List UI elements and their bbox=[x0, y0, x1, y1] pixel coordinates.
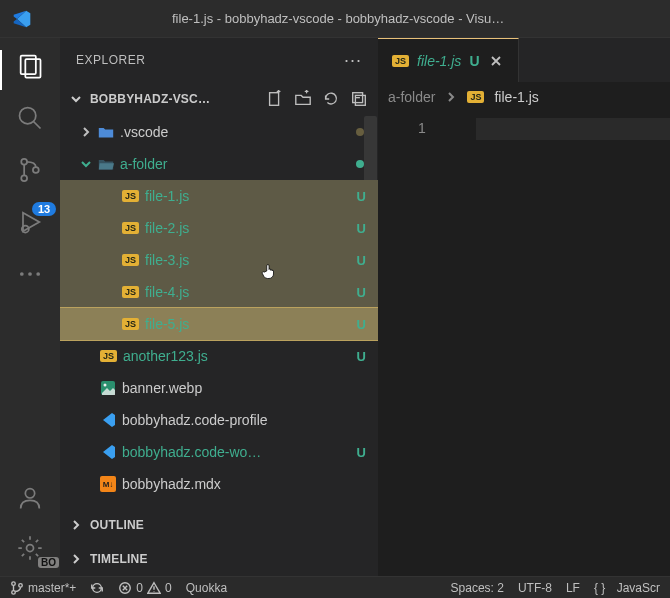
tree-file-another[interactable]: JS another123.js U bbox=[60, 340, 378, 372]
search-icon[interactable] bbox=[16, 104, 44, 132]
tree-file-file5[interactable]: JS file-5.js U bbox=[60, 308, 378, 340]
js-icon: JS bbox=[100, 350, 117, 362]
tree-file-mdx[interactable]: M↓ bobbyhadz.mdx bbox=[60, 468, 378, 500]
run-debug-icon[interactable] bbox=[16, 208, 44, 236]
svg-point-7 bbox=[20, 272, 24, 276]
tab-file1[interactable]: JS file-1.js U bbox=[378, 38, 519, 82]
status-encoding[interactable]: UTF-8 bbox=[518, 581, 552, 595]
tree-file-workspace[interactable]: bobbyhadz.code-wo… U bbox=[60, 436, 378, 468]
breadcrumb-folder[interactable]: a-folder bbox=[388, 89, 435, 105]
svg-point-4 bbox=[21, 175, 27, 181]
tree-label: bobbyhadz.code-wo… bbox=[122, 444, 378, 460]
tree-label: file-1.js bbox=[145, 188, 378, 204]
tree-file-file1[interactable]: JS file-1.js U bbox=[60, 180, 378, 212]
js-icon: JS bbox=[122, 190, 139, 202]
svg-rect-12 bbox=[270, 93, 279, 106]
tree-file-file2[interactable]: JS file-2.js U bbox=[60, 212, 378, 244]
tree-file-profile[interactable]: bobbyhadz.code-profile bbox=[60, 404, 378, 436]
tree-file-banner[interactable]: banner.webp bbox=[60, 372, 378, 404]
git-modified-dot bbox=[356, 128, 364, 136]
js-icon: JS bbox=[467, 91, 484, 103]
breadcrumb-file[interactable]: file-1.js bbox=[494, 89, 538, 105]
tree-label: another123.js bbox=[123, 348, 378, 364]
status-spaces[interactable]: Spaces: 2 bbox=[451, 581, 504, 595]
js-icon: JS bbox=[122, 222, 139, 234]
source-control-icon[interactable] bbox=[16, 156, 44, 184]
explorer-icon[interactable] bbox=[16, 52, 44, 80]
tree-folder-afolder[interactable]: a-folder bbox=[60, 148, 378, 180]
svg-point-3 bbox=[21, 159, 27, 165]
chevron-right-icon bbox=[70, 553, 82, 565]
git-decoration: U bbox=[357, 349, 366, 364]
folder-icon bbox=[98, 125, 114, 139]
profile-badge: BO bbox=[38, 557, 59, 568]
svg-point-2 bbox=[20, 108, 36, 124]
explorer-more-icon[interactable]: ··· bbox=[344, 50, 362, 71]
js-icon: JS bbox=[122, 286, 139, 298]
timeline-section-header[interactable]: TIMELINE bbox=[60, 542, 378, 576]
git-decoration: U bbox=[357, 189, 366, 204]
git-branch-icon bbox=[10, 581, 24, 595]
tree-label: banner.webp bbox=[122, 380, 378, 396]
chevron-down-icon bbox=[70, 93, 82, 105]
svg-point-5 bbox=[33, 167, 39, 173]
workspace-name: BOBBYHADZ-VSC… bbox=[90, 92, 258, 106]
svg-point-19 bbox=[19, 583, 23, 587]
folder-open-icon bbox=[98, 157, 114, 171]
tree-file-file4[interactable]: JS file-4.js U bbox=[60, 276, 378, 308]
tree-label: a-folder bbox=[120, 156, 378, 172]
mdx-icon: M↓ bbox=[100, 476, 116, 492]
git-decoration: U bbox=[357, 445, 366, 460]
new-file-icon[interactable] bbox=[266, 90, 284, 108]
status-branch[interactable]: master*+ bbox=[10, 581, 76, 595]
tree-label: file-4.js bbox=[145, 284, 378, 300]
tree-folder-vscode[interactable]: .vscode bbox=[60, 116, 378, 148]
vscode-file-icon bbox=[100, 412, 116, 428]
tree-label: file-3.js bbox=[145, 252, 378, 268]
status-problems[interactable]: 0 0 bbox=[118, 581, 171, 595]
svg-point-8 bbox=[28, 272, 32, 276]
js-icon: JS bbox=[122, 318, 139, 330]
refresh-icon[interactable] bbox=[322, 90, 340, 108]
line-number: 1 bbox=[418, 120, 426, 136]
title-bar: file-1.js - bobbyhadz-vscode - bobbyhadz… bbox=[0, 0, 670, 38]
chevron-down-icon bbox=[80, 158, 92, 170]
outline-section-header[interactable]: OUTLINE bbox=[60, 508, 378, 542]
image-icon bbox=[100, 380, 116, 396]
chevron-right-icon bbox=[70, 519, 82, 531]
close-icon[interactable] bbox=[488, 53, 504, 69]
svg-point-10 bbox=[25, 489, 34, 498]
git-decoration: U bbox=[357, 253, 366, 268]
warning-icon bbox=[147, 581, 161, 595]
tree-label: file-5.js bbox=[145, 316, 378, 332]
git-untracked-dot bbox=[356, 160, 364, 168]
timeline-label: TIMELINE bbox=[90, 552, 148, 566]
new-folder-icon[interactable] bbox=[294, 90, 312, 108]
error-icon bbox=[118, 581, 132, 595]
tree-label: .vscode bbox=[120, 124, 378, 140]
editor-content[interactable]: 1 bbox=[378, 112, 670, 576]
collapse-all-icon[interactable] bbox=[350, 90, 368, 108]
js-icon: JS bbox=[392, 55, 409, 67]
svg-rect-14 bbox=[355, 95, 365, 105]
js-icon: JS bbox=[122, 254, 139, 266]
explorer-panel: EXPLORER ··· BOBBYHADZ-VSC… .vscode bbox=[60, 38, 378, 576]
breadcrumb[interactable]: a-folder JS file-1.js bbox=[378, 82, 670, 112]
status-bar: master*+ 0 0 Quokka Spaces: 2 UTF-8 LF {… bbox=[0, 576, 670, 598]
tab-git-decoration: U bbox=[469, 53, 479, 69]
tree-file-file3[interactable]: JS file-3.js U bbox=[60, 244, 378, 276]
status-sync[interactable] bbox=[90, 581, 104, 595]
tree-label: file-2.js bbox=[145, 220, 378, 236]
workspace-section-header[interactable]: BOBBYHADZ-VSC… bbox=[60, 82, 378, 116]
svg-point-9 bbox=[36, 272, 40, 276]
svg-point-18 bbox=[12, 590, 16, 594]
status-quokka[interactable]: Quokka bbox=[186, 581, 227, 595]
git-decoration: U bbox=[357, 221, 366, 236]
vscode-icon bbox=[12, 9, 32, 29]
window-title: file-1.js - bobbyhadz-vscode - bobbyhadz… bbox=[172, 11, 504, 26]
status-eol[interactable]: LF bbox=[566, 581, 580, 595]
account-icon[interactable] bbox=[16, 484, 44, 512]
tree-label: bobbyhadz.code-profile bbox=[122, 412, 378, 428]
more-icon[interactable] bbox=[16, 260, 44, 288]
status-language[interactable]: { } JavaScr bbox=[594, 581, 660, 595]
